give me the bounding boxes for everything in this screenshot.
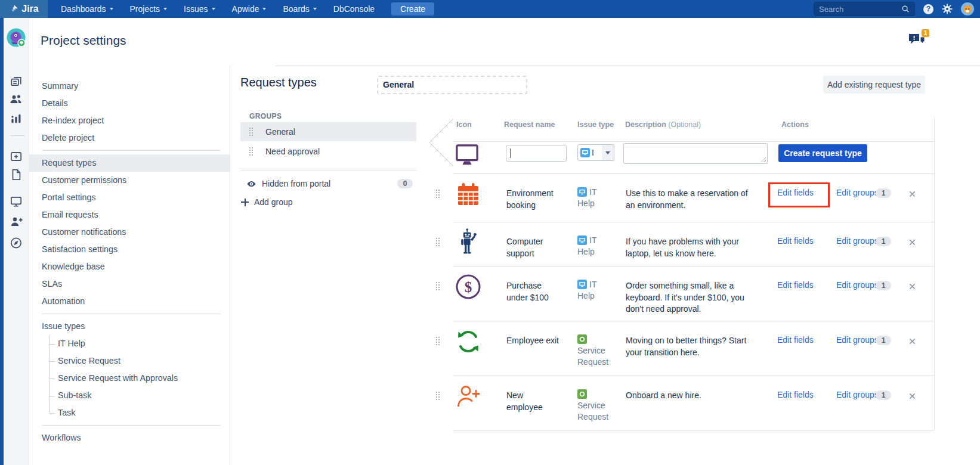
request-description: If you have problems with your laptop, l… [626, 236, 756, 259]
customers-icon[interactable] [9, 92, 23, 108]
jira-logo-icon [9, 4, 18, 14]
nav-dbconsole[interactable]: DbConsole [325, 0, 383, 18]
it-help-issue-icon [577, 187, 587, 197]
gear-icon[interactable] [942, 4, 953, 14]
col-header-description: Description (Optional) [625, 120, 701, 129]
delete-request-type-icon[interactable] [909, 391, 916, 402]
edit-fields-link[interactable]: Edit fields [777, 390, 814, 399]
group-item-need-approval[interactable]: Need approval [240, 142, 416, 161]
sidebar-item-reindex-project[interactable]: Re-index project [29, 112, 230, 129]
sidebar-item-summary[interactable]: Summary [29, 78, 230, 95]
edit-fields-link[interactable]: Edit fields [777, 188, 814, 197]
section-title: Request types [240, 76, 317, 89]
chevron-down-icon [262, 8, 266, 10]
table-row: $ Purchase under $100 IT Help Order some… [0, 266, 980, 321]
groups-count-badge: 1 [876, 281, 891, 290]
drag-handle-icon[interactable] [249, 147, 253, 156]
edit-fields-link[interactable]: Edit fields [777, 236, 814, 246]
reports-icon[interactable] [10, 111, 23, 128]
search-input[interactable]: Search [814, 2, 915, 16]
drag-handle-icon[interactable] [435, 336, 440, 346]
header-divider [276, 66, 980, 66]
edit-groups-link[interactable]: Edit groups [836, 188, 879, 197]
request-name: Environment booking [506, 188, 559, 211]
request-name: Employee exit [506, 335, 559, 347]
divider [240, 170, 416, 170]
nav-apwide[interactable]: Apwide [224, 0, 275, 18]
groups-count-badge: 1 [876, 390, 891, 400]
svg-text:$: $ [465, 279, 472, 295]
group-name-field[interactable]: General [377, 76, 527, 94]
groups-count-badge: 1 [876, 237, 891, 246]
issue-type-cell: IT Help [577, 279, 614, 302]
sidebar-item-delete-project[interactable]: Delete project [29, 129, 230, 147]
col-header-actions: Actions [781, 120, 809, 129]
delete-request-type-icon[interactable] [909, 281, 916, 292]
group-item-general[interactable]: General [240, 122, 416, 141]
sidebar-item-request-types[interactable]: Request types [29, 154, 230, 172]
issue-type-cell: Service Request [577, 389, 614, 423]
edit-groups-link[interactable]: Edit groups [836, 335, 879, 345]
delete-request-type-icon[interactable] [909, 237, 916, 248]
service-request-issue-icon [577, 389, 587, 399]
request-name: Purchase under $100 [506, 280, 559, 303]
refresh-arrows-icon [453, 328, 483, 358]
sidebar-item-details[interactable]: Details [29, 95, 230, 112]
issue-type-cell: IT Help [577, 235, 614, 258]
resize-grip-icon [760, 157, 766, 162]
page-title: Project settings [41, 33, 126, 48]
request-description: Onboard a new hire. [626, 390, 756, 402]
drag-handle-icon[interactable] [435, 237, 440, 247]
chevron-down-icon [110, 8, 113, 10]
add-existing-request-type-button[interactable]: Add existing request type [823, 76, 925, 94]
create-request-type-button[interactable]: Create request type [778, 144, 867, 162]
nav-projects[interactable]: Projects [122, 0, 176, 18]
nav-dashboards[interactable]: Dashboards [52, 0, 122, 18]
nav-issues[interactable]: Issues [175, 0, 223, 18]
request-name-input[interactable] [506, 145, 567, 162]
delete-request-type-icon[interactable] [909, 336, 916, 347]
issue-type-select[interactable]: I [577, 144, 602, 161]
create-button[interactable]: Create [391, 2, 434, 16]
jira-logo-text: Jira [21, 4, 38, 14]
col-header-issue-type: Issue type [577, 120, 614, 129]
drag-handle-icon[interactable] [249, 127, 253, 137]
feedback-icon[interactable]: 1 [908, 32, 928, 51]
table-row: New employee Service Request Onboard a n… [0, 376, 980, 430]
edit-fields-link[interactable]: Edit fields [777, 335, 814, 345]
project-avatar[interactable] [7, 28, 26, 49]
issue-type-dropdown-button[interactable] [602, 144, 614, 161]
description-textarea[interactable] [623, 143, 768, 164]
raise-request-icon[interactable] [10, 150, 23, 166]
rail-divider [11, 135, 25, 136]
edit-groups-link[interactable]: Edit groups [836, 236, 879, 246]
person-add-icon [453, 383, 483, 413]
request-description: Use this to make a reservation of an env… [626, 188, 756, 211]
request-name: New employee [506, 390, 559, 413]
edit-groups-link[interactable]: Edit groups [836, 390, 879, 399]
chevron-down-icon [313, 8, 317, 10]
top-navbar: Jira Dashboards Projects Issues Apwide B… [0, 0, 980, 18]
sidebar-item-workflows[interactable]: Workflows [29, 429, 230, 445]
delete-request-type-icon[interactable] [909, 189, 916, 200]
it-help-issue-icon [577, 280, 587, 289]
groups-count-badge: 1 [876, 336, 891, 345]
calendar-icon [453, 181, 483, 210]
jira-logo[interactable]: Jira [0, 0, 48, 18]
help-icon[interactable] [923, 4, 933, 14]
groups-heading: GROUPS [249, 112, 282, 120]
drag-handle-icon[interactable] [435, 189, 440, 199]
nav-boards[interactable]: Boards [274, 0, 324, 18]
table-row: Environment booking IT Help Use this to … [0, 173, 980, 222]
groups-count-badge: 1 [876, 188, 891, 198]
it-help-issue-icon [577, 235, 587, 245]
new-request-type-icon[interactable] [455, 143, 480, 169]
request-description: Order something small, like a keyboard. … [626, 280, 756, 315]
table-border [453, 430, 934, 431]
drag-handle-icon[interactable] [435, 281, 440, 291]
queues-icon[interactable] [10, 75, 23, 91]
edit-groups-link[interactable]: Edit groups [836, 280, 879, 290]
edit-fields-link[interactable]: Edit fields [777, 280, 814, 290]
user-avatar[interactable] [961, 2, 974, 16]
drag-handle-icon[interactable] [435, 391, 440, 401]
